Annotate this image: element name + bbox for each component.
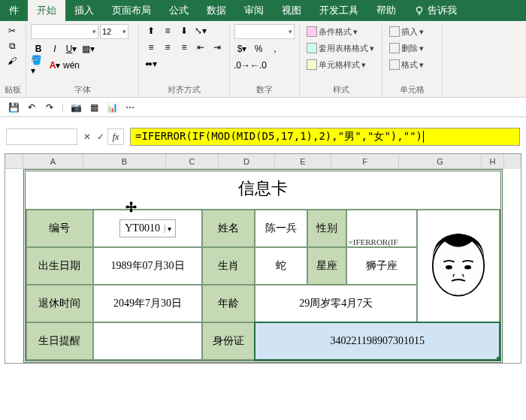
- copy-icon[interactable]: ⧉: [5, 39, 20, 53]
- cell-birth-label[interactable]: 出生日期: [26, 247, 93, 285]
- cell-name-value[interactable]: 陈一兵: [255, 210, 307, 247]
- id-dropdown[interactable]: YT0010▾: [119, 219, 176, 237]
- tell-me[interactable]: 告诉我: [405, 0, 466, 21]
- align-right-icon[interactable]: ≡: [177, 41, 192, 54]
- italic-icon[interactable]: I: [47, 42, 62, 56]
- cell-retire-value[interactable]: 2049年7月30日: [93, 285, 202, 322]
- select-all-corner[interactable]: [5, 154, 23, 169]
- lightbulb-icon: [414, 5, 425, 16]
- redo-icon[interactable]: ↷: [44, 101, 56, 113]
- cell-retire-label[interactable]: 退休时间: [26, 285, 93, 322]
- cell-photo[interactable]: [417, 210, 500, 322]
- cell-gender-label[interactable]: 性别: [307, 210, 346, 247]
- tab-view[interactable]: 视图: [273, 0, 310, 21]
- inc-decimal-icon[interactable]: .0→: [234, 59, 249, 72]
- format-cells-button[interactable]: 格式▾: [387, 57, 426, 72]
- col-header-C[interactable]: C: [166, 154, 219, 169]
- cell-constellation-value[interactable]: 狮子座: [346, 247, 417, 285]
- undo-icon[interactable]: ↶: [26, 101, 38, 113]
- col-header-G[interactable]: G: [399, 154, 482, 169]
- cut-icon[interactable]: ✂: [5, 24, 20, 38]
- font-color-icon[interactable]: A▾: [47, 59, 62, 72]
- number-format-combo[interactable]: ▾: [234, 24, 295, 39]
- tab-layout[interactable]: 页面布局: [103, 0, 160, 21]
- cell-birth-value[interactable]: 1989年07月30日: [93, 247, 202, 285]
- cell-idcard-label[interactable]: 身份证: [202, 322, 255, 360]
- group-cells-label: 单元格: [387, 83, 437, 95]
- enter-formula-icon[interactable]: ✓: [94, 128, 107, 145]
- cell-birthday-remind-label[interactable]: 生日提醒: [26, 322, 93, 360]
- tab-review[interactable]: 审阅: [235, 0, 273, 21]
- cell-age-label[interactable]: 年龄: [202, 285, 255, 322]
- quick-access-toolbar: 💾 ↶ ↷ | 📷 ▦ 📊 ⋯: [0, 98, 526, 117]
- tab-formulas[interactable]: 公式: [160, 0, 198, 21]
- grid[interactable]: ✢ 信息卡 编号 YT0010▾ 姓名 陈一兵 性别 =IFERROR(IF: [5, 169, 521, 363]
- name-box[interactable]: [6, 128, 77, 145]
- photo-placeholder: [421, 212, 496, 320]
- table-format-button[interactable]: 套用表格格式▾: [304, 41, 376, 56]
- dec-decimal-icon[interactable]: ←.0: [251, 59, 266, 72]
- tab-insert[interactable]: 插入: [65, 0, 103, 21]
- align-middle-icon[interactable]: ≡: [160, 24, 175, 38]
- qat-more-icon[interactable]: ⋯: [124, 101, 136, 113]
- cell-birthday-remind-value[interactable]: [93, 322, 202, 360]
- merge-icon[interactable]: ⬌▾: [144, 57, 159, 71]
- align-bottom-icon[interactable]: ⬇: [177, 24, 192, 38]
- col-header-D[interactable]: D: [219, 154, 275, 169]
- cell-idcard-value[interactable]: 340221198907301015: [255, 322, 500, 360]
- tab-home[interactable]: 开始: [28, 0, 65, 21]
- fill-handle[interactable]: [497, 357, 501, 361]
- group-number: ▾ $▾ % , .0→ ←.0 数字: [230, 24, 300, 97]
- tab-file[interactable]: 件: [0, 0, 28, 21]
- font-size-combo[interactable]: 12▾: [100, 24, 128, 39]
- qat-border-icon[interactable]: ▦: [88, 101, 100, 113]
- group-clipboard: ✂ ⧉ 🖌 贴板: [0, 24, 26, 97]
- tab-data[interactable]: 数据: [198, 0, 235, 21]
- phonetic-icon[interactable]: wén: [64, 59, 79, 72]
- align-center-icon[interactable]: ≡: [160, 41, 175, 54]
- cell-zodiac-value[interactable]: 蛇: [255, 247, 307, 285]
- formula-input[interactable]: =IFERROR(IF(MOD(MID(D5,17,1),2),"男","女")…: [130, 128, 520, 146]
- insert-cells-button[interactable]: 插入▾: [387, 24, 426, 39]
- cell-style-button[interactable]: 单元格样式▾: [304, 57, 368, 72]
- tab-help[interactable]: 帮助: [367, 0, 405, 21]
- align-left-icon[interactable]: ≡: [144, 41, 159, 54]
- fill-color-icon[interactable]: 🪣▾: [31, 59, 46, 72]
- cell-zodiac-label[interactable]: 生肖: [202, 247, 255, 285]
- underline-icon[interactable]: U▾: [64, 42, 79, 56]
- align-top-icon[interactable]: ⬆: [144, 24, 159, 38]
- cell-gender-value[interactable]: =IFERROR(IF: [346, 210, 417, 247]
- qat-chart-icon[interactable]: 📊: [106, 101, 118, 113]
- format-painter-icon[interactable]: 🖌: [5, 54, 20, 68]
- col-header-E[interactable]: E: [275, 154, 331, 169]
- tab-developer[interactable]: 开发工具: [310, 0, 367, 21]
- cell-age-value[interactable]: 29周岁零4月7天: [255, 285, 417, 322]
- delete-cells-button[interactable]: 删除▾: [387, 41, 426, 56]
- worksheet: A B C D E F G H ✢ 信息卡 编号 YT0010▾ 姓名 陈一兵 …: [5, 153, 521, 364]
- cell-id-label[interactable]: 编号: [26, 210, 93, 247]
- col-header-B[interactable]: B: [83, 154, 166, 169]
- comma-icon[interactable]: ,: [268, 42, 283, 56]
- format-icon: [389, 59, 400, 70]
- percent-icon[interactable]: %: [251, 42, 266, 56]
- conditional-format-button[interactable]: 条件格式▾: [304, 24, 360, 39]
- col-header-A[interactable]: A: [23, 154, 83, 169]
- col-header-F[interactable]: F: [331, 154, 399, 169]
- col-header-H[interactable]: H: [482, 154, 504, 169]
- indent-inc-icon[interactable]: ⇥: [210, 41, 225, 54]
- chevron-down-icon[interactable]: ▾: [165, 225, 174, 233]
- qat-camera-icon[interactable]: 📷: [70, 101, 82, 113]
- fx-button[interactable]: fx: [107, 128, 124, 145]
- indent-dec-icon[interactable]: ⇤: [193, 41, 208, 54]
- orientation-icon[interactable]: ⤡▾: [193, 24, 208, 38]
- cond-fmt-icon: [307, 26, 317, 37]
- cancel-formula-icon[interactable]: ✕: [80, 128, 94, 145]
- font-name-combo[interactable]: ▾: [31, 24, 98, 39]
- bold-icon[interactable]: B: [31, 42, 46, 56]
- cell-id-value[interactable]: YT0010▾: [93, 210, 202, 247]
- border-icon[interactable]: ▦▾: [80, 42, 95, 56]
- currency-icon[interactable]: $▾: [234, 42, 249, 56]
- save-icon[interactable]: 💾: [8, 101, 20, 113]
- cell-constellation-label[interactable]: 星座: [307, 247, 346, 285]
- cell-name-label[interactable]: 姓名: [202, 210, 255, 247]
